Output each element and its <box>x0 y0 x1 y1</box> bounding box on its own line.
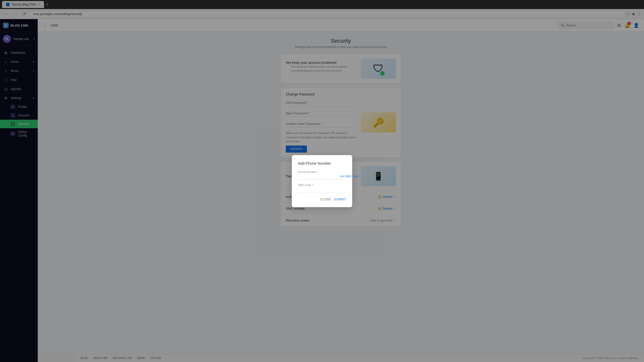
add-phone-number-modal: Add Phone Number Phone Number * Get SMS … <box>292 155 352 207</box>
modal-actions: CLOSE SUBMIT <box>298 198 346 201</box>
modal-overlay[interactable]: Add Phone Number Phone Number * Get SMS … <box>0 0 644 362</box>
sms-code-label: SMS Code * <box>298 184 346 187</box>
sms-code-field: SMS Code * <box>298 184 346 193</box>
modal-close-button[interactable]: CLOSE <box>320 198 331 201</box>
phone-number-input[interactable] <box>298 174 340 178</box>
modal-title: Add Phone Number <box>298 161 346 165</box>
get-sms-code-button[interactable]: Get SMS Code <box>340 175 359 178</box>
sms-code-input[interactable] <box>298 188 346 191</box>
phone-number-label: Phone Number * <box>298 170 346 173</box>
modal-submit-button[interactable]: SUBMIT <box>334 198 346 201</box>
phone-number-field: Phone Number * Get SMS Code <box>298 170 346 179</box>
